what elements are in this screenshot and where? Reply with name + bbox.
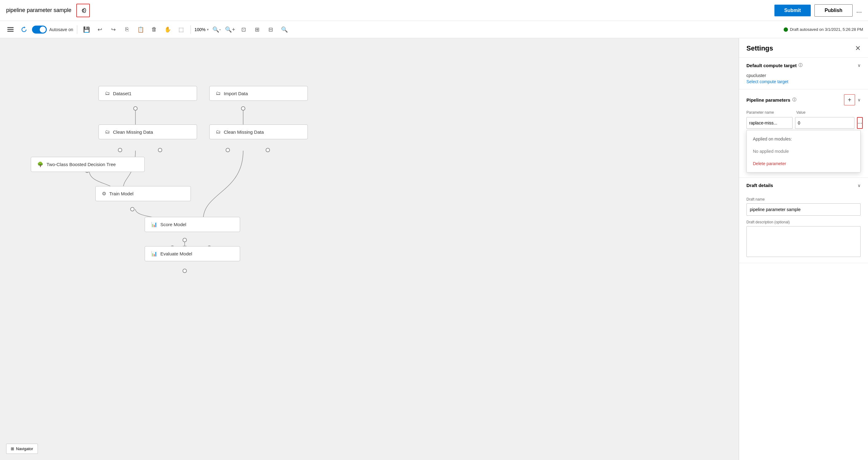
copy-icon[interactable]: ⎘ (122, 24, 133, 35)
node-import-data[interactable]: 🗂 Import Data (209, 86, 308, 101)
autosave-toggle[interactable]: Autosave on (32, 26, 73, 34)
draft-status: Draft autosaved on 3/1/2021, 5:26:28 PM (784, 27, 863, 32)
navigator-icon: ⊞ (11, 447, 14, 451)
zoom-out-icon[interactable]: 🔍- (211, 24, 222, 35)
layout-icon[interactable]: ⊟ (265, 24, 276, 35)
paste-icon[interactable]: 📋 (135, 24, 146, 35)
panel-toggle-icon[interactable] (5, 24, 16, 35)
redo-icon[interactable]: ↪ (108, 24, 119, 35)
svg-point-12 (226, 148, 229, 152)
search-icon[interactable]: 🔍 (279, 24, 290, 35)
param-row: ··· (746, 117, 861, 129)
fit-icon[interactable]: ⊡ (238, 24, 249, 35)
delete-icon[interactable]: 🗑 (149, 24, 160, 35)
param-more-button[interactable]: ··· (857, 117, 863, 129)
compute-target-title: Default compute target ⓘ (746, 62, 802, 68)
node-clean-missing-2[interactable]: 🗂 Clean Missing Data (209, 124, 308, 139)
zoom-control[interactable]: 100% ▾ (194, 27, 209, 32)
compute-chevron: ∨ (858, 63, 861, 68)
svg-point-13 (266, 148, 270, 152)
submit-button[interactable]: Submit (774, 5, 811, 16)
params-content: Parameter name Value ··· Applied on modu… (739, 110, 868, 177)
svg-rect-2 (7, 31, 13, 32)
node-clean1-label: Clean Missing Data (113, 130, 153, 135)
pipeline-canvas[interactable]: 🗂 Dataset1 🗂 Import Data 🗂 Clean Missing… (0, 38, 739, 460)
param-value-label: Value (796, 110, 861, 115)
svg-rect-1 (7, 29, 13, 30)
compute-target-header[interactable]: Default compute target ⓘ ∨ (739, 58, 868, 73)
node-clean2-label: Clean Missing Data (224, 130, 264, 135)
node-dataset1-label: Dataset1 (113, 91, 131, 96)
separator-1 (77, 25, 77, 34)
draft-name-input[interactable] (746, 203, 861, 216)
refresh-icon[interactable] (19, 24, 30, 35)
node-train-model[interactable]: ⚙ Train Model (95, 186, 191, 201)
node-dataset1[interactable]: 🗂 Dataset1 (98, 86, 197, 101)
pan-icon[interactable]: ✋ (162, 24, 173, 35)
svg-point-10 (158, 148, 162, 152)
panel-title: Settings (746, 45, 773, 52)
svg-point-9 (118, 148, 122, 152)
undo-icon[interactable]: ↩ (94, 24, 105, 35)
draft-desc-textarea[interactable] (746, 226, 861, 257)
node-evaluate-model[interactable]: 📊 Evaluate Model (145, 246, 240, 261)
select-icon[interactable]: ⬚ (176, 24, 187, 35)
toggle-switch[interactable] (32, 26, 47, 34)
params-chevron: ∨ (858, 97, 861, 102)
clean2-icon: 🗂 (216, 129, 221, 135)
param-name-input[interactable] (746, 117, 793, 129)
svg-point-6 (133, 107, 137, 110)
node-score-model[interactable]: 📊 Score Model (145, 217, 240, 232)
settings-panel: Settings ✕ Default compute target ⓘ ∨ cp… (739, 38, 868, 460)
train-icon: ⚙ (102, 191, 106, 197)
zoom-in-icon[interactable]: 🔍+ (225, 24, 236, 35)
node-import-label: Import Data (224, 91, 248, 96)
pipeline-params-title: Pipeline parameters ⓘ (746, 97, 796, 103)
delete-param-item[interactable]: Delete parameter (747, 157, 860, 170)
pipeline-params-section: Pipeline parameters ⓘ + ∨ Parameter name… (739, 89, 868, 178)
pipeline-params-header: Pipeline parameters ⓘ + ∨ (739, 89, 868, 110)
pipeline-params-left: Pipeline parameters ⓘ (746, 97, 796, 103)
import-icon: 🗂 (216, 91, 221, 96)
panel-header: Settings ✕ (739, 38, 868, 58)
fit-width-icon[interactable]: ⊞ (252, 24, 263, 35)
svg-point-23 (183, 269, 187, 273)
draft-chevron: ∨ (858, 183, 861, 188)
pipeline-title: pipeline parameter sample (6, 7, 71, 13)
settings-icon-button[interactable] (76, 4, 90, 17)
toolbar: Autosave on 💾 ↩ ↪ ⎘ 📋 🗑 ✋ ⬚ 100% ▾ 🔍- 🔍+… (0, 21, 868, 38)
compute-name: cpucluster (746, 73, 861, 78)
compute-info-icon: ⓘ (799, 62, 802, 68)
draft-details-header[interactable]: Draft details ∨ (739, 178, 868, 193)
svg-point-7 (241, 107, 245, 110)
node-train-label: Train Model (109, 191, 133, 196)
svg-point-17 (130, 207, 134, 211)
separator-2 (190, 25, 191, 34)
compute-target-content: cpucluster Select compute target (739, 73, 868, 89)
param-name-label: Parameter name (746, 110, 793, 115)
connections-svg (0, 38, 739, 460)
publish-button[interactable]: Publish (814, 4, 852, 17)
compute-target-section: Default compute target ⓘ ∨ cpucluster Se… (739, 58, 868, 89)
clean1-icon: 🗂 (105, 129, 110, 135)
save-icon[interactable]: 💾 (81, 24, 92, 35)
title-bar: pipeline parameter sample Submit Publish… (0, 0, 868, 21)
draft-details-section: Draft details ∨ Draft name Draft descrip… (739, 178, 868, 263)
node-score-label: Score Model (160, 222, 186, 227)
navigator-button[interactable]: ⊞ Navigator (6, 444, 38, 454)
param-value-input[interactable] (795, 117, 855, 129)
add-param-button[interactable]: + (844, 94, 855, 105)
select-compute-link[interactable]: Select compute target (746, 79, 788, 84)
svg-rect-0 (7, 27, 13, 28)
more-button[interactable]: ... (856, 6, 862, 15)
draft-desc-label: Draft description (optional) (746, 220, 861, 224)
draft-details-content: Draft name Draft description (optional) (739, 197, 868, 263)
close-button[interactable]: ✕ (855, 45, 861, 52)
draft-details-title: Draft details (746, 183, 773, 188)
score-icon: 📊 (151, 222, 157, 227)
draft-name-label: Draft name (746, 197, 861, 201)
node-clean-missing-1[interactable]: 🗂 Clean Missing Data (98, 124, 197, 139)
node-decision-tree[interactable]: 🌳 Two-Class Boosted Decision Tree (31, 157, 145, 172)
no-module-item: No applied module (747, 145, 860, 157)
draft-status-dot (784, 27, 788, 32)
